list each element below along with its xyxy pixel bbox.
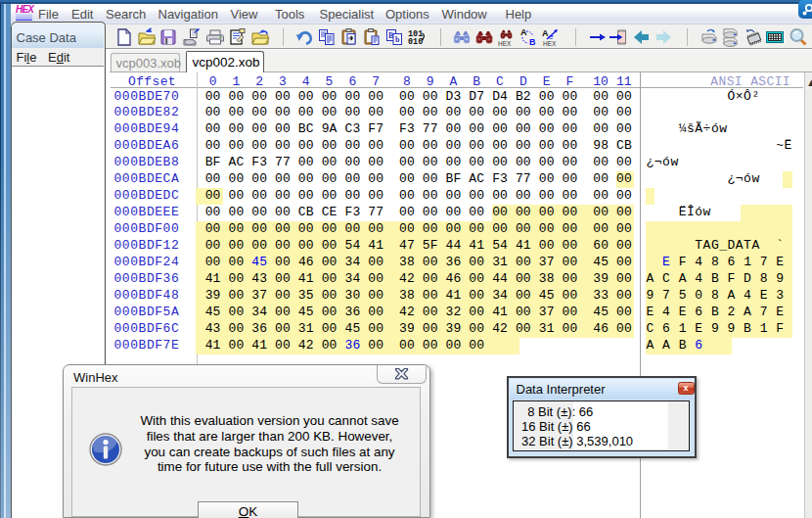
svg-text:HEX: HEX xyxy=(498,40,512,47)
svg-text:b: b xyxy=(395,35,400,44)
svg-text:A: A xyxy=(520,27,527,37)
svg-text:HEX: HEX xyxy=(543,40,557,47)
svg-text:010: 010 xyxy=(408,37,423,47)
svg-text:A: A xyxy=(542,28,549,38)
svg-text:B: B xyxy=(529,37,536,47)
